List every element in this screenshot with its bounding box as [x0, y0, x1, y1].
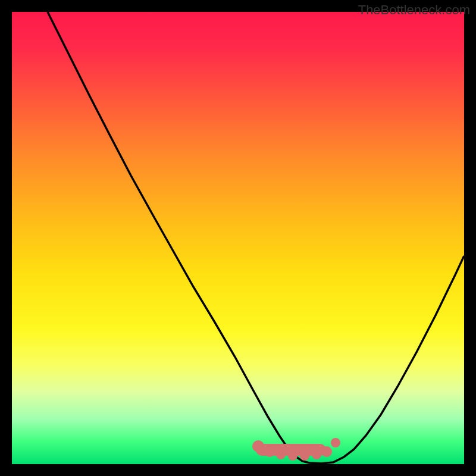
- highlight-dot-3: [276, 450, 286, 459]
- curve-line: [48, 12, 464, 464]
- watermark-text: TheBottleneck.com: [358, 2, 470, 18]
- highlight-dot-4: [288, 451, 298, 461]
- chart-curve: [12, 12, 464, 464]
- highlight-dot-2: [264, 446, 275, 457]
- highlight-dot-7: [321, 446, 332, 457]
- highlight-dot-right: [331, 438, 340, 447]
- highlight-dot-left: [252, 440, 264, 452]
- highlight-dot-5: [300, 451, 309, 461]
- highlight-dot-6: [312, 450, 321, 459]
